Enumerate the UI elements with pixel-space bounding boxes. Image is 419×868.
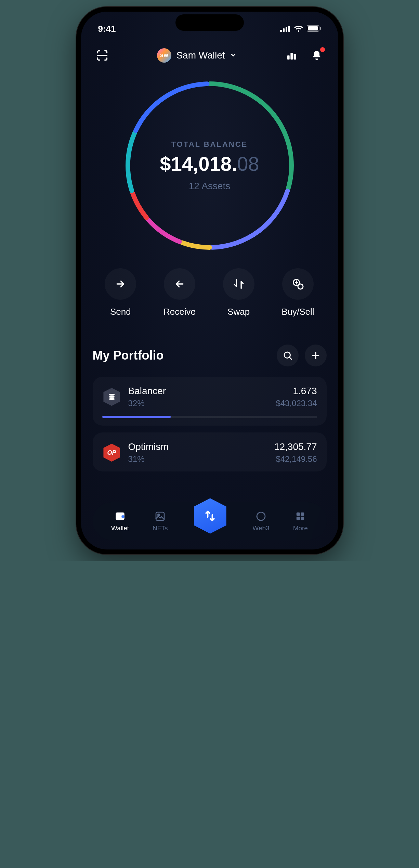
web3-icon [255, 510, 267, 522]
asset-card[interactable]: OPOptimism31%12,305.77$42,149.56 [93, 432, 327, 471]
receive-icon [164, 268, 195, 300]
svg-rect-21 [301, 513, 304, 516]
status-right [280, 24, 321, 34]
asset-progress [102, 416, 317, 418]
wallet-selector[interactable]: SW Sam Wallet [157, 48, 236, 63]
balance-donut-wrap: TOTAL BALANCE $14,018.08 12 Assets [81, 66, 338, 255]
svg-rect-2 [286, 27, 287, 32]
svg-rect-17 [156, 512, 164, 520]
svg-point-11 [298, 284, 303, 289]
svg-rect-3 [288, 26, 290, 32]
nav-web3-label: Web3 [252, 524, 269, 532]
buy-sell-label: Buy/Sell [281, 307, 314, 317]
svg-rect-9 [294, 54, 296, 60]
asset-name: Balancer [128, 386, 269, 397]
nav-center-action[interactable] [191, 497, 229, 535]
swap-icon [223, 268, 254, 300]
send-label: Send [110, 307, 131, 317]
svg-point-13 [109, 394, 115, 396]
svg-rect-8 [291, 53, 293, 60]
donut-center: TOTAL BALANCE $14,018.08 12 Assets [121, 77, 299, 255]
nav-nfts[interactable]: NFTs [153, 510, 168, 532]
action-row: Send Receive Swap Buy/Sell [81, 255, 338, 317]
nfts-icon [154, 510, 166, 522]
asset-icon [102, 387, 121, 406]
svg-rect-7 [287, 55, 290, 60]
status-time: 9:41 [98, 24, 116, 34]
nav-nfts-label: NFTs [153, 524, 168, 532]
add-button[interactable] [305, 345, 327, 366]
balance-main: $14,018. [160, 153, 237, 175]
cellular-icon [280, 24, 290, 34]
receive-action[interactable]: Receive [163, 268, 196, 317]
svg-point-18 [158, 514, 160, 516]
svg-rect-0 [280, 30, 282, 32]
notifications-button[interactable] [309, 48, 324, 63]
svg-rect-23 [301, 517, 304, 520]
balance-label: TOTAL BALANCE [171, 140, 248, 149]
asset-qty: 12,305.77 [274, 441, 317, 452]
scan-button[interactable] [95, 48, 110, 63]
svg-rect-20 [297, 513, 300, 516]
wallet-avatar: SW [157, 48, 171, 63]
asset-pct: 31% [128, 454, 267, 464]
portfolio-title: My Portfolio [93, 348, 164, 363]
buy-sell-action[interactable]: Buy/Sell [281, 268, 314, 317]
dynamic-island [175, 14, 244, 31]
asset-card[interactable]: Balancer32%1.673$43,023.34 [93, 377, 327, 426]
portfolio-header: My Portfolio [93, 345, 327, 366]
balance-cents: 08 [237, 153, 259, 175]
send-icon [105, 268, 136, 300]
svg-rect-5 [308, 26, 318, 30]
swap-label: Swap [227, 307, 250, 317]
search-button[interactable] [277, 345, 299, 366]
battery-icon [307, 24, 321, 34]
svg-rect-6 [320, 27, 321, 30]
nav-web3[interactable]: Web3 [252, 510, 269, 532]
buy-sell-icon [282, 268, 314, 300]
svg-rect-22 [297, 517, 300, 520]
asset-list: Balancer32%1.673$43,023.34OPOptimism31%1… [93, 377, 327, 471]
chevron-down-icon [230, 50, 237, 61]
svg-rect-16 [121, 515, 125, 518]
wallet-initials: SW [160, 53, 169, 58]
nav-wallet[interactable]: Wallet [111, 510, 129, 532]
nav-more[interactable]: More [293, 510, 308, 532]
screen: 9:41 SW [81, 12, 338, 549]
phone-frame: 9:41 SW [76, 7, 343, 554]
asset-usd: $43,023.34 [276, 399, 317, 408]
svg-point-15 [109, 398, 115, 400]
swap-action[interactable]: Swap [223, 268, 254, 317]
svg-rect-1 [283, 28, 285, 32]
bottom-nav: Wallet NFTs Web3 More [93, 502, 327, 540]
portfolio-section: My Portfolio Balancer32%1.673$43,023.34O… [81, 317, 338, 471]
asset-icon: OP [102, 443, 121, 462]
wallet-icon [114, 510, 126, 522]
svg-point-14 [109, 396, 115, 398]
wallet-name: Sam Wallet [176, 50, 225, 61]
app-header: SW Sam Wallet [81, 36, 338, 66]
asset-usd: $42,149.56 [274, 454, 317, 464]
balance-amount: $14,018.08 [160, 152, 259, 175]
chart-button[interactable] [284, 48, 299, 63]
asset-qty: 1.673 [276, 386, 317, 397]
nav-more-label: More [293, 524, 308, 532]
send-action[interactable]: Send [105, 268, 136, 317]
balance-donut[interactable]: TOTAL BALANCE $14,018.08 12 Assets [121, 77, 299, 255]
nav-wallet-label: Wallet [111, 524, 129, 532]
more-icon [294, 510, 306, 522]
asset-name: Optimism [128, 441, 267, 452]
receive-label: Receive [163, 307, 196, 317]
asset-count: 12 Assets [189, 181, 230, 192]
asset-pct: 32% [128, 399, 269, 408]
wifi-icon [294, 24, 303, 34]
